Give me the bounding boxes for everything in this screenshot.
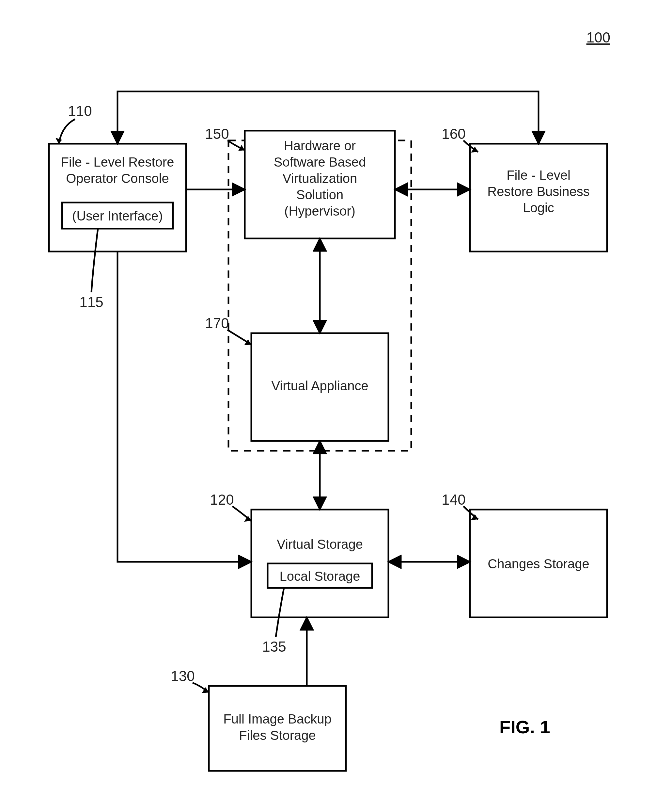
ref-130: 130	[171, 668, 209, 693]
virtual-appliance-label: Virtual Appliance	[271, 378, 368, 393]
svg-text:115: 115	[79, 294, 103, 310]
business-logic-box: File - Level Restore Business Logic	[470, 144, 607, 252]
console-box: File - Level Restore Operator Console (U…	[49, 144, 186, 252]
ref-110: 110	[56, 103, 92, 144]
figure-caption: FIG. 1	[499, 717, 550, 737]
business-line2: Restore Business	[487, 184, 589, 199]
svg-text:120: 120	[210, 492, 234, 508]
user-interface-label: (User Interface)	[72, 209, 163, 223]
virtual-storage-box: Virtual Storage Local Storage	[251, 510, 389, 617]
business-line1: File - Level	[507, 168, 571, 182]
virtual-storage-title: Virtual Storage	[277, 537, 363, 552]
svg-text:110: 110	[68, 103, 92, 119]
console-line2: Operator Console	[66, 171, 169, 186]
virtual-appliance-box: Virtual Appliance	[251, 333, 389, 441]
svg-text:170: 170	[205, 315, 229, 331]
ref-160: 160	[442, 126, 478, 152]
changes-storage-box: Changes Storage	[470, 510, 607, 617]
backup-line1: Full Image Backup	[223, 712, 331, 726]
hypervisor-box: Hardware or Software Based Virtualizatio…	[245, 131, 395, 239]
connector-console-storage	[117, 252, 251, 562]
svg-text:135: 135	[262, 638, 286, 654]
hypervisor-line4: Solution	[296, 188, 344, 202]
ref-120: 120	[210, 492, 251, 522]
svg-text:150: 150	[205, 126, 229, 142]
changes-storage-label: Changes Storage	[488, 556, 589, 571]
svg-text:140: 140	[442, 492, 466, 508]
console-line1: File - Level Restore	[61, 155, 174, 169]
business-line3: Logic	[523, 200, 554, 215]
local-storage-label: Local Storage	[280, 569, 360, 584]
hypervisor-line1: Hardware or	[284, 138, 356, 153]
ref-140: 140	[442, 492, 478, 520]
figure-ref-top: 100	[587, 29, 610, 45]
backup-storage-box: Full Image Backup Files Storage	[209, 686, 346, 771]
ref-150: 150	[205, 126, 245, 151]
backup-line2: Files Storage	[239, 728, 316, 742]
svg-text:130: 130	[171, 668, 195, 684]
hypervisor-line3: Virtualization	[283, 171, 357, 186]
svg-text:160: 160	[442, 126, 466, 142]
hypervisor-line2: Software Based	[274, 155, 366, 169]
hypervisor-line5: (Hypervisor)	[284, 204, 355, 218]
